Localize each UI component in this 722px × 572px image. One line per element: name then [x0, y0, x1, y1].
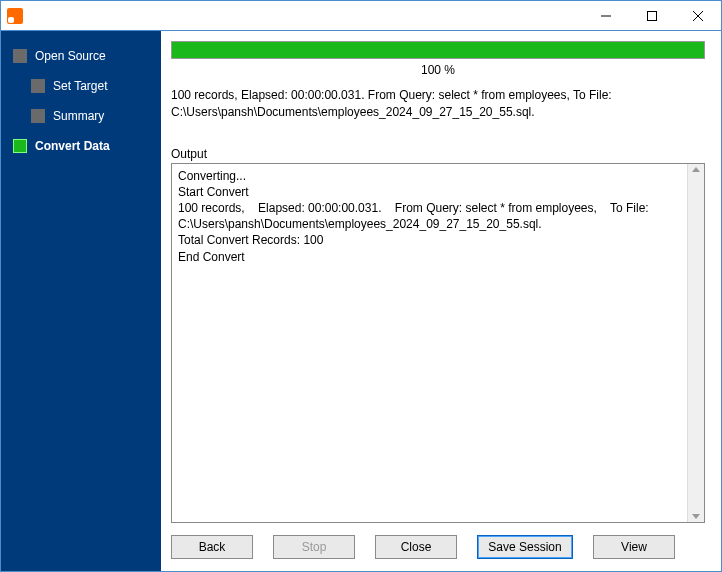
back-button[interactable]: Back [171, 535, 253, 559]
window-body: Open Source Set Target Summary Convert D… [1, 31, 721, 571]
summary-text: 100 records, Elapsed: 00:00:00.031. From… [171, 81, 705, 131]
progress-section: 100 % [171, 41, 705, 81]
step-box-icon [31, 109, 45, 123]
step-box-icon [31, 79, 45, 93]
maximize-icon [647, 11, 657, 21]
button-row: Back Stop Close Save Session View [171, 523, 705, 561]
minimize-button[interactable] [583, 1, 629, 30]
titlebar [1, 1, 721, 31]
save-session-button[interactable]: Save Session [477, 535, 573, 559]
close-icon [693, 11, 703, 21]
app-window: Open Source Set Target Summary Convert D… [0, 0, 722, 572]
summary-line-1: 100 records, Elapsed: 00:00:00.031. From… [171, 88, 612, 102]
close-wizard-button[interactable]: Close [375, 535, 457, 559]
sidebar-item-label: Open Source [35, 49, 106, 63]
app-icon [7, 8, 23, 24]
sidebar-item-summary[interactable]: Summary [1, 101, 161, 131]
step-box-active-icon [13, 139, 27, 153]
sidebar-item-label: Set Target [53, 79, 107, 93]
sidebar-item-set-target[interactable]: Set Target [1, 71, 161, 101]
progress-fill [172, 42, 704, 58]
sidebar-item-open-source[interactable]: Open Source [1, 41, 161, 71]
step-box-icon [13, 49, 27, 63]
stop-button: Stop [273, 535, 355, 559]
output-box: Converting... Start Convert 100 records,… [171, 163, 705, 523]
sidebar-item-label: Summary [53, 109, 104, 123]
sidebar-item-convert-data[interactable]: Convert Data [1, 131, 161, 161]
output-label: Output [171, 147, 705, 161]
progress-bar [171, 41, 705, 59]
content-panel: 100 % 100 records, Elapsed: 00:00:00.031… [161, 31, 721, 571]
wizard-sidebar: Open Source Set Target Summary Convert D… [1, 31, 161, 571]
titlebar-left [1, 8, 23, 24]
svg-rect-1 [648, 11, 657, 20]
progress-percent-label: 100 % [171, 59, 705, 81]
view-button[interactable]: View [593, 535, 675, 559]
minimize-icon [601, 11, 611, 21]
output-scrollbar[interactable] [687, 164, 704, 522]
close-button[interactable] [675, 1, 721, 30]
window-controls [583, 1, 721, 30]
maximize-button[interactable] [629, 1, 675, 30]
summary-line-2: C:\Users\pansh\Documents\employees_2024_… [171, 105, 535, 119]
sidebar-item-label: Convert Data [35, 139, 110, 153]
output-text: Converting... Start Convert 100 records,… [172, 164, 687, 522]
